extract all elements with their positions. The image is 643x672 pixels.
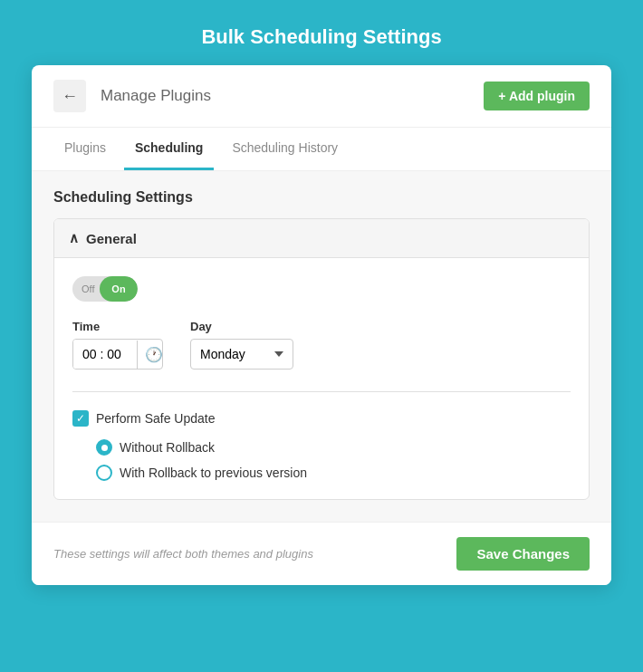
radio-group: Without Rollback With Rollback to previo… <box>96 439 571 481</box>
toggle-on-label: On <box>100 276 138 302</box>
day-select[interactable]: Monday Tuesday Wednesday Thursday Friday… <box>190 339 293 370</box>
check-icon: ✓ <box>76 412 85 425</box>
toggle-switch[interactable]: Off On <box>72 276 138 302</box>
time-field-group: Time 🕐 <box>72 320 163 370</box>
day-field-group: Day Monday Tuesday Wednesday Thursday Fr… <box>190 320 293 370</box>
save-changes-button[interactable]: Save Changes <box>456 537 590 571</box>
radio-without-rollback[interactable]: Without Rollback <box>96 439 571 456</box>
section-title: Scheduling Settings <box>53 189 590 206</box>
accordion-header-general[interactable]: ∧ General <box>54 219 589 258</box>
time-label: Time <box>72 320 163 333</box>
accordion-chevron-icon: ∧ <box>69 230 79 246</box>
tab-plugins[interactable]: Plugins <box>53 128 117 170</box>
tabs-nav: Plugins Scheduling Scheduling History <box>32 128 611 171</box>
safe-update-label: Perform Safe Update <box>96 411 216 426</box>
card-footer: These settings will affect both themes a… <box>32 522 611 585</box>
safe-update-checkbox[interactable]: ✓ <box>72 410 89 427</box>
radio-with-rollback-dot[interactable] <box>96 465 112 481</box>
time-input-wrapper: 🕐 <box>72 339 163 370</box>
page-title: Bulk Scheduling Settings <box>201 0 441 65</box>
radio-with-rollback[interactable]: With Rollback to previous version <box>96 465 571 481</box>
tab-scheduling[interactable]: Scheduling <box>124 128 214 170</box>
toggle-row: Off On <box>72 276 571 302</box>
time-day-row: Time 🕐 Day Monday Tuesday Wednesday Thur <box>72 320 571 370</box>
card-header: ← Manage Plugins + Add plugin <box>32 65 611 128</box>
time-input[interactable] <box>73 340 137 369</box>
toggle-off-label: Off <box>82 283 94 294</box>
accordion-body: Off On Time 🕐 Day <box>54 258 589 499</box>
add-plugin-button[interactable]: + Add plugin <box>484 82 590 110</box>
radio-without-rollback-label: Without Rollback <box>120 440 215 455</box>
accordion-general: ∧ General Off On Time <box>53 218 590 500</box>
clock-icon[interactable]: 🕐 <box>137 341 163 369</box>
back-button[interactable]: ← <box>53 80 86 112</box>
footer-note: These settings will affect both themes a… <box>53 547 313 561</box>
radio-without-rollback-dot[interactable] <box>96 439 112 456</box>
manage-plugins-label: Manage Plugins <box>101 87 469 105</box>
day-label: Day <box>190 320 293 333</box>
divider <box>72 391 571 392</box>
card-body: Scheduling Settings ∧ General Off On <box>32 171 611 522</box>
safe-update-checkbox-row[interactable]: ✓ Perform Safe Update <box>72 410 571 427</box>
main-card: ← Manage Plugins + Add plugin Plugins Sc… <box>32 65 611 585</box>
tab-scheduling-history[interactable]: Scheduling History <box>221 128 349 170</box>
accordion-header-label: General <box>86 231 137 246</box>
radio-with-rollback-label: With Rollback to previous version <box>120 466 307 480</box>
